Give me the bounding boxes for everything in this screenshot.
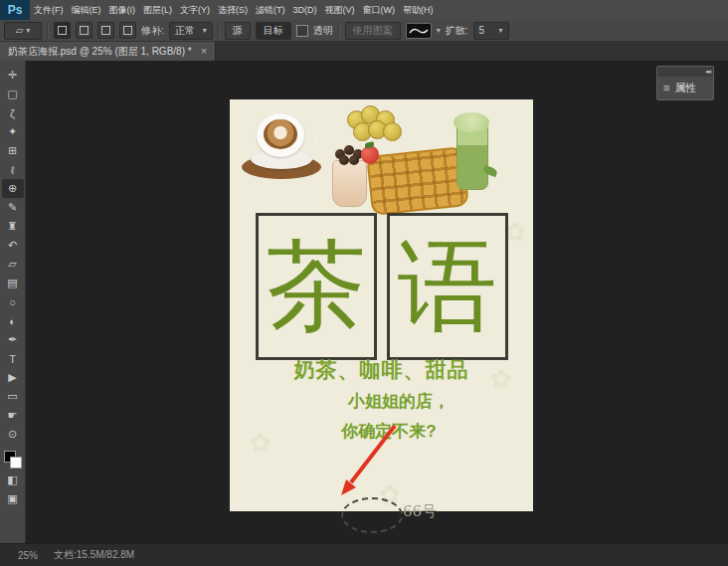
poster-subtitle: 奶茶、咖啡、甜品 [230,356,533,384]
menu-3d[interactable]: 3D(D) [289,0,321,20]
transparent-label: 透明 [313,24,333,38]
background-color-swatch[interactable] [10,457,22,469]
tool-path-select[interactable]: ▶ [2,368,24,387]
bubble-tea-cup [332,160,367,207]
tapioca-pearl [349,155,359,165]
properties-icon: ≡ [663,83,669,94]
tools-panel: ✛ ▢ ζ ✦ ⊞ ℓ ⊕ ✎ ♜ ↶ ▱ ▤ ○ ◐ ✒ T ▶ ▭ ☛ ⊙ … [0,61,26,543]
menu-view[interactable]: 视图(V) [321,0,359,20]
patch-mode-select[interactable]: 正常 ▾ [169,22,213,40]
use-pattern-button[interactable]: 使用图案 [345,22,401,40]
patch-label: 修补: [141,24,164,38]
intersect-selection-button[interactable] [119,22,136,39]
poster-char-yu: 语 [398,237,497,336]
close-icon[interactable]: × [201,46,207,57]
destination-button[interactable]: 目标 [256,22,291,40]
document-tab-title: 奶茶店海报.psd @ 25% (图层 1, RGB/8) * [8,45,192,59]
tool-pen[interactable]: ✒ [2,330,24,349]
diffusion-select[interactable]: 5 ▾ [473,22,509,40]
lemon-balls-image [345,105,403,143]
matcha-drink-image [453,109,494,195]
tool-quick-select[interactable]: ✦ [2,122,24,141]
tool-blur[interactable]: ○ [2,292,24,311]
source-button[interactable]: 源 [225,22,251,40]
tool-type[interactable]: T [2,349,24,368]
document-size-info: 文档:15.5M/82.8M [54,548,134,562]
tool-hand[interactable]: ☛ [2,406,24,425]
menu-bar: Ps 文件(F) 编辑(E) 图像(I) 图层(L) 文字(Y) 选择(S) 滤… [0,0,728,21]
menu-help[interactable]: 帮助(H) [399,0,438,20]
tool-move[interactable]: ✛ [2,66,24,85]
menu-type[interactable]: 文字(Y) [176,0,214,20]
glass [456,125,488,190]
coffee-cup-image [242,109,325,181]
new-selection-button[interactable] [54,22,71,39]
tool-shape[interactable]: ▭ [2,387,24,406]
properties-panel-button[interactable]: ≡ 属性 [657,77,713,99]
transparent-checkbox[interactable] [296,25,308,37]
tool-history-brush[interactable]: ↶ [2,236,24,255]
add-selection-button[interactable] [76,22,92,39]
properties-label: 属性 [674,81,696,95]
intersect-selection-icon [123,26,132,35]
document-tab[interactable]: 奶茶店海报.psd @ 25% (图层 1, RGB/8) * × [0,42,216,61]
canvas-area[interactable]: ✿ ✿ ✿ ✿ [26,61,728,543]
ellipse-selection-marquee[interactable] [341,497,403,533]
poster-address-text: 66号 [403,502,437,521]
poster-line3: 你确定不来? [260,420,518,443]
poster-document[interactable]: ✿ ✿ ✿ ✿ [230,99,533,511]
diffusion-value: 5 [479,25,485,36]
chevron-down-icon: ▾ [499,26,503,35]
menu-select[interactable]: 选择(S) [214,0,252,20]
poster-line2: 小姐姐的店， [270,390,528,413]
tapioca-pearl [339,155,349,165]
tool-lasso[interactable]: ζ [2,103,24,122]
latte-art [264,119,297,149]
chevron-down-icon: ▾ [26,26,30,35]
color-swatches[interactable] [4,451,22,469]
expand-arrows-icon: ◂◂ [705,68,710,75]
subtract-selection-button[interactable] [97,22,114,39]
menu-image[interactable]: 图像(I) [105,0,140,20]
tool-brush[interactable]: ✎ [2,198,24,217]
tool-preset-picker[interactable]: ▱ ▾ [4,22,42,40]
options-bar: ▱ ▾ 修补: 正常 ▾ 源 目标 透明 使用图案 ▾ 扩散: 5 ▾ [0,20,728,42]
new-selection-icon [58,26,67,35]
chevron-down-icon: ▾ [203,26,207,35]
chevron-down-icon[interactable]: ▾ [437,26,441,35]
tool-zoom[interactable]: ⊙ [2,425,24,444]
char-frame-left: 茶 [256,213,377,360]
tool-eyedropper[interactable]: ℓ [2,160,24,179]
poster-char-tea: 茶 [267,237,366,336]
menu-filter[interactable]: 滤镜(T) [252,0,289,20]
properties-panel-collapsed: ◂◂ ≡ 属性 [656,66,714,100]
patch-mode-value: 正常 [175,24,195,38]
separator [218,23,220,39]
separator [338,23,340,39]
menu-layer[interactable]: 图层(L) [139,0,176,20]
pattern-picker[interactable] [406,23,432,39]
tool-crop[interactable]: ⊞ [2,141,24,160]
tool-healing-patch[interactable]: ⊕ [2,179,24,198]
char-frame-right: 语 [387,213,508,360]
status-bar: 25% 文档:15.5M/82.8M [0,543,728,566]
tool-marquee[interactable]: ▢ [2,85,24,103]
photoshop-logo: Ps [0,0,30,20]
tool-eraser[interactable]: ▱ [2,255,24,274]
menu-edit[interactable]: 编辑(E) [68,0,105,20]
menu-file[interactable]: 文件(F) [30,0,68,20]
patch-tool-icon: ▱ [16,25,24,36]
panel-collapse-header[interactable]: ◂◂ [657,67,713,77]
menu-window[interactable]: 窗口(W) [359,0,400,20]
tool-dodge[interactable]: ◐ [2,311,24,330]
diffusion-label: 扩散: [446,24,468,38]
separator [47,23,49,39]
tool-gradient[interactable]: ▤ [2,274,24,292]
subtract-selection-icon [101,26,110,35]
lemon-ball [383,122,402,141]
tool-clone-stamp[interactable]: ♜ [2,217,24,236]
tool-screen-mode[interactable]: ▣ [2,489,24,508]
zoom-level-field[interactable]: 25% [18,550,38,561]
matcha-froth [454,112,489,132]
tool-quick-mask[interactable]: ◧ [2,471,24,489]
